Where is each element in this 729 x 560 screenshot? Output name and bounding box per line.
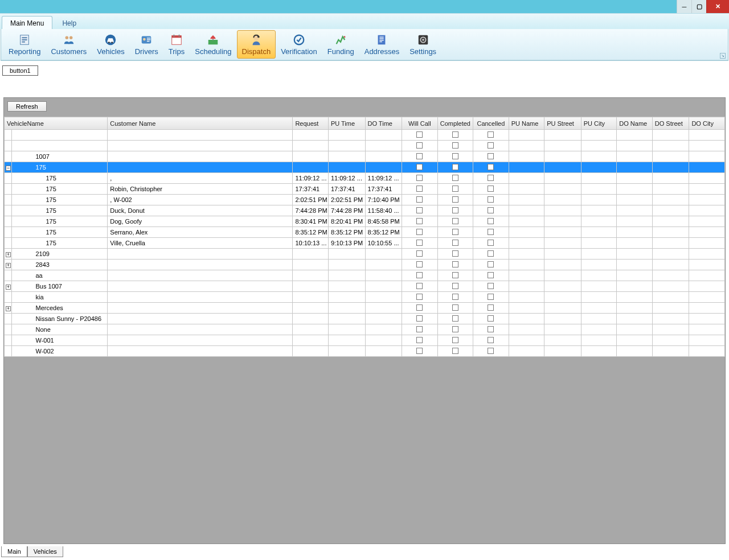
col-pu-city[interactable]: PU City — [581, 117, 617, 130]
table-row[interactable]: aa — [5, 270, 725, 281]
ribbon-scheduling[interactable]: Scheduling — [190, 30, 236, 59]
ribbon-vehicles[interactable]: Vehicles — [92, 30, 129, 59]
cell-completed[interactable] — [437, 195, 473, 205]
cell-will-call[interactable] — [402, 227, 438, 238]
col-cancelled[interactable]: Cancelled — [473, 117, 509, 130]
checkbox-icon[interactable] — [488, 250, 494, 257]
checkbox-icon[interactable] — [488, 240, 494, 246]
col-request[interactable]: Request — [293, 117, 329, 130]
cell-cancelled[interactable] — [473, 130, 509, 141]
checkbox-icon[interactable] — [416, 261, 423, 267]
cell-completed[interactable] — [437, 270, 473, 281]
cell-will-call[interactable] — [402, 195, 438, 205]
cell-completed[interactable] — [437, 141, 473, 151]
cell-completed[interactable] — [437, 205, 473, 216]
checkbox-icon[interactable] — [452, 261, 458, 267]
checkbox-icon[interactable] — [488, 207, 494, 213]
table-row[interactable]: +Bus 1007 — [5, 281, 725, 292]
cell-will-call[interactable] — [402, 249, 438, 260]
cell-will-call[interactable] — [402, 303, 438, 314]
checkbox-icon[interactable] — [488, 142, 494, 149]
cell-cancelled[interactable] — [473, 238, 509, 249]
table-row[interactable]: +2109 — [5, 249, 725, 260]
cell-cancelled[interactable] — [473, 335, 509, 346]
checkbox-icon[interactable] — [488, 283, 494, 289]
table-row[interactable]: +2843 — [5, 260, 725, 270]
cell-will-call[interactable] — [402, 281, 438, 292]
checkbox-icon[interactable] — [488, 294, 494, 300]
checkbox-icon[interactable] — [452, 175, 458, 181]
cell-cancelled[interactable] — [473, 216, 509, 227]
col-will-call[interactable]: Will Call — [402, 117, 438, 130]
checkbox-icon[interactable] — [452, 207, 458, 213]
cell-cancelled[interactable] — [473, 260, 509, 270]
checkbox-icon[interactable] — [488, 304, 494, 311]
checkbox-icon[interactable] — [452, 196, 458, 203]
col-pu-time[interactable]: PU Time — [328, 117, 365, 130]
table-row[interactable]: kia — [5, 292, 725, 303]
cell-cancelled[interactable] — [473, 151, 509, 162]
col-do-name[interactable]: DO Name — [617, 117, 653, 130]
checkbox-icon[interactable] — [488, 272, 494, 278]
checkbox-icon[interactable] — [452, 294, 458, 300]
ribbon-funding[interactable]: Funding — [322, 30, 359, 59]
table-row[interactable]: −175 — [5, 162, 725, 173]
close-button[interactable]: ✕ — [706, 0, 729, 13]
cell-cancelled[interactable] — [473, 249, 509, 260]
cell-completed[interactable] — [437, 260, 473, 270]
checkbox-icon[interactable] — [416, 175, 423, 181]
checkbox-icon[interactable] — [488, 153, 494, 159]
checkbox-icon[interactable] — [452, 337, 458, 343]
checkbox-icon[interactable] — [488, 229, 494, 235]
table-row[interactable]: 175Robin, Christopher17:37:4117:37:4117:… — [5, 184, 725, 195]
cell-cancelled[interactable] — [473, 141, 509, 151]
table-row[interactable]: +Mercedes — [5, 303, 725, 314]
checkbox-icon[interactable] — [452, 283, 458, 289]
refresh-button[interactable]: Refresh — [7, 101, 47, 112]
checkbox-icon[interactable] — [488, 196, 494, 203]
cell-will-call[interactable] — [402, 141, 438, 151]
checkbox-icon[interactable] — [452, 229, 458, 235]
cell-cancelled[interactable] — [473, 162, 509, 173]
bottom-tab-vehicles[interactable]: Vehicles — [27, 546, 63, 557]
cell-completed[interactable] — [437, 238, 473, 249]
ribbon-trips[interactable]: Trips — [163, 30, 190, 59]
cell-cancelled[interactable] — [473, 281, 509, 292]
checkbox-icon[interactable] — [416, 218, 423, 224]
checkbox-icon[interactable] — [416, 229, 423, 235]
checkbox-icon[interactable] — [452, 218, 458, 224]
cell-will-call[interactable] — [402, 151, 438, 162]
cell-completed[interactable] — [437, 162, 473, 173]
cell-will-call[interactable] — [402, 205, 438, 216]
expand-icon[interactable]: + — [6, 263, 11, 268]
checkbox-icon[interactable] — [416, 164, 423, 170]
cell-will-call[interactable] — [402, 292, 438, 303]
expand-icon[interactable]: + — [6, 285, 11, 290]
table-row[interactable] — [5, 130, 725, 141]
checkbox-icon[interactable] — [488, 337, 494, 343]
checkbox-icon[interactable] — [416, 153, 423, 159]
cell-completed[interactable] — [437, 173, 473, 184]
ribbon-launcher-icon[interactable]: ↘ — [720, 53, 726, 59]
ribbon-dispatch[interactable]: Dispatch — [237, 30, 276, 59]
cell-will-call[interactable] — [402, 346, 438, 357]
checkbox-icon[interactable] — [416, 294, 423, 300]
col-pu-name[interactable]: PU Name — [509, 117, 544, 130]
cell-completed[interactable] — [437, 216, 473, 227]
checkbox-icon[interactable] — [452, 315, 458, 322]
cell-will-call[interactable] — [402, 260, 438, 270]
col-vehicle-name[interactable]: VehicleName — [5, 117, 108, 130]
expand-icon[interactable]: + — [6, 252, 11, 257]
ribbon-reporting[interactable]: Reporting — [3, 30, 46, 59]
cell-completed[interactable] — [437, 324, 473, 335]
checkbox-icon[interactable] — [416, 240, 423, 246]
col-completed[interactable]: Completed — [437, 117, 473, 130]
checkbox-icon[interactable] — [488, 175, 494, 181]
col-do-city[interactable]: DO City — [689, 117, 725, 130]
ribbon-customers[interactable]: Customers — [46, 30, 92, 59]
checkbox-icon[interactable] — [416, 272, 423, 278]
cell-cancelled[interactable] — [473, 346, 509, 357]
cell-completed[interactable] — [437, 249, 473, 260]
cell-completed[interactable] — [437, 281, 473, 292]
expander-cell[interactable]: + — [5, 249, 12, 260]
